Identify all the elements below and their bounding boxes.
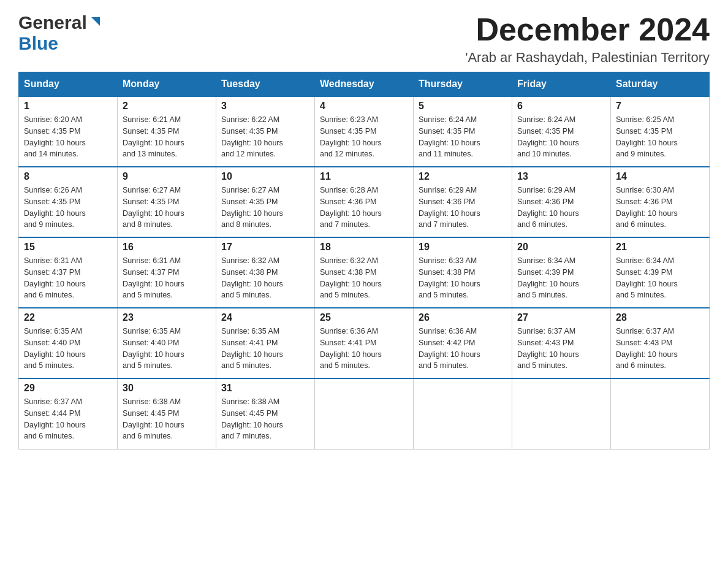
day-info: Sunrise: 6:30 AMSunset: 4:36 PMDaylight:…	[616, 185, 704, 231]
calendar-cell: 8Sunrise: 6:26 AMSunset: 4:35 PMDaylight…	[19, 167, 118, 237]
calendar-cell: 5Sunrise: 6:24 AMSunset: 4:35 PMDaylight…	[414, 96, 512, 167]
calendar-cell: 31Sunrise: 6:38 AMSunset: 4:45 PMDayligh…	[216, 378, 315, 449]
calendar-cell: 20Sunrise: 6:34 AMSunset: 4:39 PMDayligh…	[512, 237, 611, 308]
day-number: 30	[123, 383, 211, 394]
day-number: 31	[221, 383, 309, 394]
calendar-cell	[414, 378, 512, 449]
day-number: 5	[419, 101, 507, 112]
day-info: Sunrise: 6:36 AMSunset: 4:41 PMDaylight:…	[320, 326, 408, 372]
day-info: Sunrise: 6:26 AMSunset: 4:35 PMDaylight:…	[24, 185, 112, 231]
day-info: Sunrise: 6:29 AMSunset: 4:36 PMDaylight:…	[419, 185, 507, 231]
logo-blue: Blue	[18, 33, 58, 54]
calendar-cell: 22Sunrise: 6:35 AMSunset: 4:40 PMDayligh…	[19, 308, 118, 378]
calendar-cell: 7Sunrise: 6:25 AMSunset: 4:35 PMDaylight…	[611, 96, 710, 167]
day-info: Sunrise: 6:37 AMSunset: 4:43 PMDaylight:…	[616, 326, 704, 372]
header: General Blue December 2024 'Arab ar Rash…	[18, 12, 710, 66]
calendar-cell: 29Sunrise: 6:37 AMSunset: 4:44 PMDayligh…	[19, 378, 118, 449]
calendar-cell	[512, 378, 611, 449]
logo-general: General	[18, 12, 87, 33]
week-row-5: 29Sunrise: 6:37 AMSunset: 4:44 PMDayligh…	[19, 378, 710, 449]
day-info: Sunrise: 6:27 AMSunset: 4:35 PMDaylight:…	[221, 185, 309, 231]
day-number: 18	[320, 242, 408, 253]
location: 'Arab ar Rashaydah, Palestinian Territor…	[465, 50, 710, 66]
day-number: 2	[123, 101, 211, 112]
day-info: Sunrise: 6:21 AMSunset: 4:35 PMDaylight:…	[123, 114, 211, 160]
day-number: 8	[24, 171, 112, 182]
day-info: Sunrise: 6:38 AMSunset: 4:45 PMDaylight:…	[123, 396, 211, 442]
day-number: 6	[517, 101, 605, 112]
day-info: Sunrise: 6:31 AMSunset: 4:37 PMDaylight:…	[123, 255, 211, 301]
day-info: Sunrise: 6:24 AMSunset: 4:35 PMDaylight:…	[419, 114, 507, 160]
weekday-header-tuesday: Tuesday	[216, 72, 315, 97]
day-info: Sunrise: 6:37 AMSunset: 4:43 PMDaylight:…	[517, 326, 605, 372]
calendar-cell: 27Sunrise: 6:37 AMSunset: 4:43 PMDayligh…	[512, 308, 611, 378]
calendar-cell: 24Sunrise: 6:35 AMSunset: 4:41 PMDayligh…	[216, 308, 315, 378]
day-number: 10	[221, 171, 309, 182]
calendar-cell: 1Sunrise: 6:20 AMSunset: 4:35 PMDaylight…	[19, 96, 118, 167]
week-row-2: 8Sunrise: 6:26 AMSunset: 4:35 PMDaylight…	[19, 167, 710, 237]
calendar-cell: 17Sunrise: 6:32 AMSunset: 4:38 PMDayligh…	[216, 237, 315, 308]
calendar-cell: 6Sunrise: 6:24 AMSunset: 4:35 PMDaylight…	[512, 96, 611, 167]
day-number: 16	[123, 242, 211, 253]
day-info: Sunrise: 6:20 AMSunset: 4:35 PMDaylight:…	[24, 114, 112, 160]
day-info: Sunrise: 6:32 AMSunset: 4:38 PMDaylight:…	[320, 255, 408, 301]
day-number: 27	[517, 312, 605, 323]
day-number: 29	[24, 383, 112, 394]
logo: General Blue	[18, 12, 102, 54]
day-info: Sunrise: 6:34 AMSunset: 4:39 PMDaylight:…	[517, 255, 605, 301]
logo-arrow-icon	[89, 15, 102, 31]
weekday-header-monday: Monday	[118, 72, 216, 97]
weekday-header-thursday: Thursday	[414, 72, 512, 97]
day-number: 3	[221, 101, 309, 112]
calendar-cell: 16Sunrise: 6:31 AMSunset: 4:37 PMDayligh…	[118, 237, 216, 308]
calendar-table: SundayMondayTuesdayWednesdayThursdayFrid…	[18, 72, 710, 450]
day-info: Sunrise: 6:33 AMSunset: 4:38 PMDaylight:…	[419, 255, 507, 301]
calendar-cell	[315, 378, 414, 449]
day-number: 9	[123, 171, 211, 182]
day-number: 22	[24, 312, 112, 323]
calendar-cell: 15Sunrise: 6:31 AMSunset: 4:37 PMDayligh…	[19, 237, 118, 308]
day-number: 26	[419, 312, 507, 323]
day-info: Sunrise: 6:24 AMSunset: 4:35 PMDaylight:…	[517, 114, 605, 160]
day-number: 19	[419, 242, 507, 253]
day-number: 13	[517, 171, 605, 182]
day-number: 12	[419, 171, 507, 182]
calendar-cell: 21Sunrise: 6:34 AMSunset: 4:39 PMDayligh…	[611, 237, 710, 308]
title-area: December 2024 'Arab ar Rashaydah, Palest…	[465, 12, 710, 66]
day-info: Sunrise: 6:22 AMSunset: 4:35 PMDaylight:…	[221, 114, 309, 160]
day-number: 15	[24, 242, 112, 253]
calendar-cell	[611, 378, 710, 449]
weekday-header-wednesday: Wednesday	[315, 72, 414, 97]
day-number: 25	[320, 312, 408, 323]
calendar-cell: 26Sunrise: 6:36 AMSunset: 4:42 PMDayligh…	[414, 308, 512, 378]
calendar-cell: 11Sunrise: 6:28 AMSunset: 4:36 PMDayligh…	[315, 167, 414, 237]
week-row-1: 1Sunrise: 6:20 AMSunset: 4:35 PMDaylight…	[19, 96, 710, 167]
month-year: December 2024	[465, 12, 710, 47]
calendar-cell: 2Sunrise: 6:21 AMSunset: 4:35 PMDaylight…	[118, 96, 216, 167]
day-info: Sunrise: 6:27 AMSunset: 4:35 PMDaylight:…	[123, 185, 211, 231]
calendar-cell: 13Sunrise: 6:29 AMSunset: 4:36 PMDayligh…	[512, 167, 611, 237]
day-number: 14	[616, 171, 704, 182]
calendar-cell: 28Sunrise: 6:37 AMSunset: 4:43 PMDayligh…	[611, 308, 710, 378]
week-row-4: 22Sunrise: 6:35 AMSunset: 4:40 PMDayligh…	[19, 308, 710, 378]
calendar-cell: 9Sunrise: 6:27 AMSunset: 4:35 PMDaylight…	[118, 167, 216, 237]
weekday-header-sunday: Sunday	[19, 72, 118, 97]
day-number: 28	[616, 312, 704, 323]
day-info: Sunrise: 6:35 AMSunset: 4:40 PMDaylight:…	[24, 326, 112, 372]
day-info: Sunrise: 6:31 AMSunset: 4:37 PMDaylight:…	[24, 255, 112, 301]
calendar-cell: 23Sunrise: 6:35 AMSunset: 4:40 PMDayligh…	[118, 308, 216, 378]
calendar-cell: 25Sunrise: 6:36 AMSunset: 4:41 PMDayligh…	[315, 308, 414, 378]
day-number: 11	[320, 171, 408, 182]
day-info: Sunrise: 6:28 AMSunset: 4:36 PMDaylight:…	[320, 185, 408, 231]
day-number: 20	[517, 242, 605, 253]
calendar-cell: 18Sunrise: 6:32 AMSunset: 4:38 PMDayligh…	[315, 237, 414, 308]
day-info: Sunrise: 6:35 AMSunset: 4:41 PMDaylight:…	[221, 326, 309, 372]
calendar-cell: 3Sunrise: 6:22 AMSunset: 4:35 PMDaylight…	[216, 96, 315, 167]
day-number: 21	[616, 242, 704, 253]
calendar-cell: 30Sunrise: 6:38 AMSunset: 4:45 PMDayligh…	[118, 378, 216, 449]
weekday-header-friday: Friday	[512, 72, 611, 97]
week-row-3: 15Sunrise: 6:31 AMSunset: 4:37 PMDayligh…	[19, 237, 710, 308]
calendar-cell: 4Sunrise: 6:23 AMSunset: 4:35 PMDaylight…	[315, 96, 414, 167]
calendar-cell: 10Sunrise: 6:27 AMSunset: 4:35 PMDayligh…	[216, 167, 315, 237]
day-info: Sunrise: 6:36 AMSunset: 4:42 PMDaylight:…	[419, 326, 507, 372]
